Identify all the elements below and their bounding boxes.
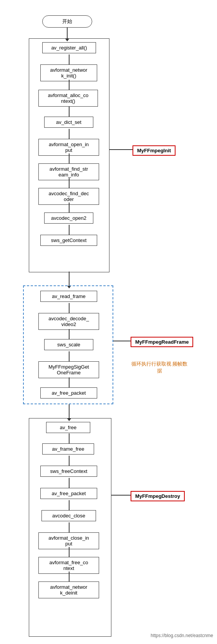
diagram-container: 开始 av_register_all() avformat_networ k_i… <box>0 0 217 15</box>
node-18: av_free_packet <box>40 488 97 499</box>
arrow-13 <box>69 377 70 388</box>
arrow-loop-destroy <box>69 404 70 419</box>
arrow-4 <box>69 129 70 140</box>
node-13: MyFFmpegSigGet OneFrame <box>38 361 99 378</box>
arrow-15 <box>69 433 70 444</box>
label-read: MyFFmpegReadFrame <box>131 337 193 347</box>
node-10: av_read_frame <box>40 291 97 302</box>
h-line-destroy <box>111 495 131 496</box>
arrow-7 <box>69 203 70 213</box>
arrow-17 <box>69 478 70 489</box>
node-9: sws_getContext <box>40 235 97 246</box>
node-12: sws_scale <box>44 339 93 350</box>
arrow-init-loop <box>69 272 70 286</box>
arrow-11 <box>69 329 70 340</box>
node-17: sws_freeContext <box>40 466 97 477</box>
node-4: av_dict_set <box>44 117 93 128</box>
loop-annotation: 循环执行行获取视 频帧数据 <box>131 361 188 374</box>
h-line-init <box>109 149 133 150</box>
arrow-2 <box>69 80 70 91</box>
arrow-5 <box>69 153 70 164</box>
arrow-16 <box>69 456 70 466</box>
node-3: avformat_alloc_co ntext() <box>38 90 98 107</box>
arrow-20 <box>69 547 70 558</box>
arrow-1 <box>69 54 70 65</box>
arrow-8 <box>69 225 70 236</box>
node-8: avcodec_open2 <box>44 212 93 224</box>
node-2: avformat_networ k_init() <box>40 64 97 81</box>
arrow-0 <box>67 28 68 39</box>
arrow-19 <box>69 522 70 533</box>
node-1: av_register_all() <box>42 42 96 53</box>
node-19: avcodec_close <box>41 510 96 521</box>
arrow-3 <box>69 107 70 117</box>
node-15: av_free <box>46 422 90 433</box>
node-14: av_free_packet <box>40 387 97 399</box>
label-destroy: MyFFmpegDestroy <box>131 491 185 501</box>
arrow-18 <box>69 500 70 511</box>
node-16: av_frame_free <box>42 443 94 455</box>
node-22: avformat_networ k_deinit <box>38 581 99 598</box>
arrow-6 <box>69 178 70 189</box>
h-line-read <box>113 341 131 341</box>
arrow-10 <box>69 303 70 314</box>
arrow-21 <box>69 572 70 582</box>
node-11: avcodec_decode_ video2 <box>38 313 99 330</box>
label-init: MyFFmpegInit <box>133 145 176 156</box>
arrow-12 <box>69 351 70 362</box>
start-node: 开始 <box>42 15 92 28</box>
